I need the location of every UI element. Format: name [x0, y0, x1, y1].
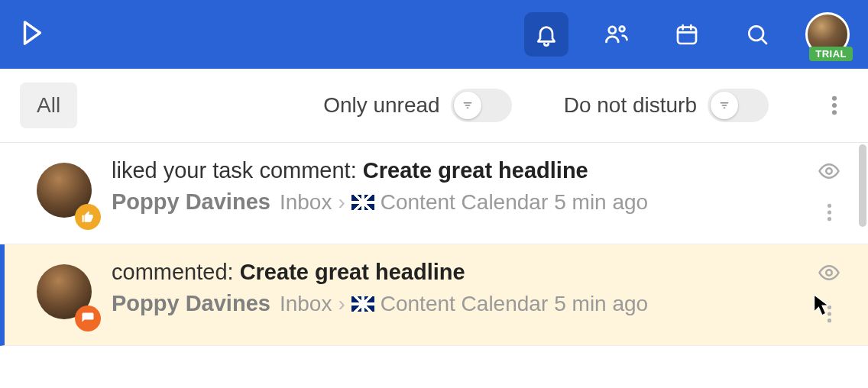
only-unread-label: Only unread: [323, 93, 440, 118]
svg-point-11: [826, 270, 832, 276]
dnd-label: Do not disturb: [564, 93, 697, 118]
calendar-icon: [675, 22, 699, 47]
filter-icon: [462, 99, 474, 112]
action-text: liked your task comment:: [112, 158, 363, 183]
notification-meta: Poppy Davines Inbox › Content Calendar 5…: [112, 291, 805, 316]
user-name: Poppy Davines: [112, 189, 270, 215]
svg-point-7: [826, 168, 832, 174]
svg-point-5: [832, 103, 837, 108]
notification-title: commented: Create great headline: [112, 260, 805, 285]
filter-all-chip[interactable]: All: [20, 82, 77, 128]
folder-name: Inbox: [280, 190, 332, 215]
svg-point-0: [609, 27, 616, 34]
filter-icon: [718, 99, 730, 112]
notification-list: liked your task comment: Create great he…: [0, 143, 868, 346]
topbar: TRIAL: [0, 0, 868, 69]
topbar-left: [18, 18, 44, 50]
notifications-button[interactable]: [524, 12, 568, 57]
dnd-toggle[interactable]: [708, 89, 769, 122]
like-badge-icon: [75, 204, 101, 230]
svg-point-10: [827, 217, 831, 221]
mark-read-button[interactable]: [818, 261, 840, 287]
filter-bar: All Only unread Do not disturb: [0, 69, 868, 143]
svg-point-4: [832, 96, 837, 101]
svg-point-14: [827, 318, 831, 322]
calendar-button[interactable]: [665, 12, 709, 57]
folder-name: Inbox: [280, 292, 332, 316]
svg-point-1: [620, 27, 625, 32]
topbar-right: TRIAL: [524, 12, 850, 57]
action-object: Create great headline: [240, 260, 465, 284]
notifications-panel: All Only unread Do not disturb: [0, 69, 868, 346]
item-body: commented: Create great headline Poppy D…: [112, 260, 805, 327]
bell-icon: [534, 22, 559, 47]
notification-title: liked your task comment: Create great he…: [112, 158, 805, 183]
item-more-button[interactable]: [827, 202, 832, 225]
svg-point-12: [827, 306, 831, 309]
timestamp: 5 min ago: [554, 190, 648, 215]
notification-item[interactable]: commented: Create great headline Poppy D…: [0, 244, 868, 346]
user-name: Poppy Davines: [112, 291, 270, 316]
svg-point-9: [827, 210, 831, 214]
account-avatar[interactable]: TRIAL: [805, 12, 850, 57]
action-object: Create great headline: [363, 158, 588, 183]
chevron-right-icon: ›: [338, 190, 345, 215]
timestamp: 5 min ago: [554, 292, 648, 316]
item-more-button[interactable]: [827, 304, 832, 327]
item-avatar: [37, 264, 96, 327]
notification-meta: Poppy Davines Inbox › Content Calendar 5…: [112, 189, 805, 215]
only-unread-toggle[interactable]: [451, 89, 512, 122]
people-icon: [604, 21, 630, 47]
toggle-knob: [711, 92, 738, 119]
filterbar-more-button[interactable]: [821, 92, 848, 119]
chevron-right-icon: ›: [338, 292, 345, 316]
kebab-icon: [827, 202, 832, 222]
comment-badge-icon: [75, 306, 101, 331]
kebab-icon: [827, 304, 832, 324]
eye-icon: [818, 160, 840, 183]
svg-point-8: [827, 204, 831, 208]
toggle-knob: [454, 92, 481, 119]
svg-point-6: [832, 110, 837, 115]
eye-icon: [818, 261, 840, 284]
action-text: commented:: [112, 260, 240, 284]
kebab-icon: [831, 95, 837, 116]
uk-flag-icon: [351, 195, 374, 210]
uk-flag-icon: [351, 296, 374, 312]
trial-badge: TRIAL: [809, 47, 853, 61]
people-button[interactable]: [594, 12, 639, 57]
search-button[interactable]: [735, 12, 779, 57]
mark-read-button[interactable]: [818, 160, 840, 186]
project-name: Content Calendar: [381, 292, 548, 316]
item-actions: [818, 260, 840, 327]
project-name: Content Calendar: [381, 190, 548, 215]
search-icon: [745, 22, 769, 47]
dnd-group: Do not disturb: [564, 89, 769, 122]
item-body: liked your task comment: Create great he…: [112, 158, 805, 225]
only-unread-group: Only unread: [323, 89, 512, 122]
app-logo-icon[interactable]: [18, 18, 44, 50]
svg-rect-2: [678, 27, 696, 44]
svg-point-13: [827, 312, 831, 315]
item-avatar: [37, 163, 96, 225]
notification-item[interactable]: liked your task comment: Create great he…: [0, 143, 868, 244]
item-actions: [818, 158, 840, 225]
